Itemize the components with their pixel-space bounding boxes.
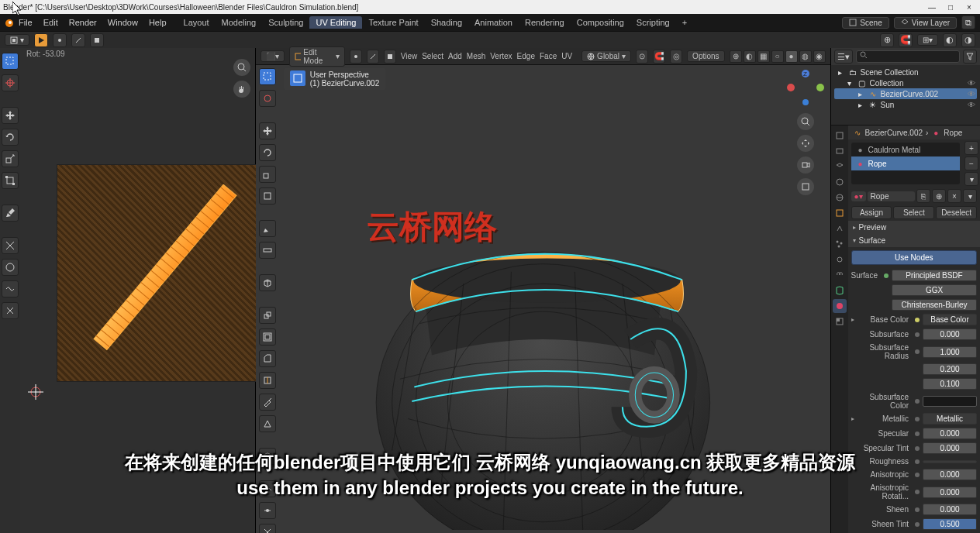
tab-constraints-icon[interactable] [833,268,847,282]
scene-selector[interactable]: Scene [842,17,889,29]
proportional-toggle-icon[interactable]: ◎ [670,50,682,64]
sheen-field[interactable]: 0.000 [923,504,977,515]
remove-mat-slot-button[interactable]: − [964,156,978,170]
uv-tool-annotate[interactable] [2,205,19,222]
tab-object-icon[interactable] [833,206,847,220]
viewlayer-new-icon[interactable]: ⧉ [961,15,975,29]
tab-add[interactable]: + [676,16,693,29]
window-min[interactable]: — [924,3,940,12]
tab-sculpting[interactable]: Sculpting [262,16,309,29]
axis-z-icon[interactable]: Z [802,70,809,77]
uv-tool-grab[interactable] [2,259,19,276]
tab-viewlayer-icon[interactable] [833,160,847,174]
vp-menu-add[interactable]: Add [448,52,462,60]
socket-dot-icon[interactable] [915,446,920,451]
mat-name-field[interactable]: Rope [868,191,915,201]
mat-nodeview-icon[interactable]: ▾ [963,189,977,203]
uv-sync-selection-button[interactable] [34,33,48,47]
socket-dot-icon[interactable] [884,273,889,278]
visibility-icon[interactable]: 👁 [968,79,975,88]
vp-tool-select[interactable] [259,68,276,85]
tab-data-icon[interactable] [833,284,847,297]
anisotropic-field[interactable]: 0.000 [923,469,977,480]
pivot-dropdown-icon[interactable]: ⊙ [636,50,648,64]
visibility-icon[interactable]: 👁 [968,90,975,98]
assign-button[interactable]: Assign [851,206,892,219]
socket-dot-icon[interactable] [915,473,920,477]
select-button[interactable]: Select [893,206,934,219]
options-dropdown[interactable]: Options [687,50,724,62]
mat-user-count-icon[interactable]: ⎘ [916,189,930,203]
panel-surface[interactable]: Surface [848,234,980,247]
metallic-link[interactable]: Metallic [923,413,977,425]
add-mat-slot-button[interactable]: + [964,141,978,155]
socket-dot-icon[interactable] [915,522,920,527]
tab-physics-icon[interactable] [833,253,847,266]
tab-layout[interactable]: Layout [178,16,216,29]
tab-world-icon[interactable] [833,191,847,205]
vp-tool-cursor[interactable] [259,90,276,107]
socket-dot-icon[interactable] [915,399,920,404]
uv-tool-rotate[interactable] [2,129,19,146]
sss-radius-x[interactable]: 1.000 [923,346,977,358]
uv-select-mode-face[interactable] [90,33,104,47]
tab-compositing[interactable]: Compositing [571,16,630,29]
socket-dot-icon[interactable] [915,432,920,436]
vp-tool-transform[interactable] [259,187,276,205]
outliner-search[interactable] [856,50,960,63]
socket-dot-icon[interactable] [915,318,920,322]
xray-toggle-icon[interactable]: ▦ [757,50,770,63]
gizmo-toggle-icon[interactable]: ⊕ [730,50,742,63]
uv-pivot-center-icon[interactable]: ⊕ [880,33,894,47]
vp-menu-view[interactable]: View [401,52,418,60]
uv-tool-rip[interactable] [2,237,19,254]
expand-icon[interactable]: ▾ [845,78,854,88]
specular-field[interactable]: 0.000 [923,428,977,439]
window-max[interactable]: □ [943,3,958,12]
menu-window[interactable]: Window [103,16,143,29]
3d-viewport-canvas[interactable] [284,85,802,530]
uv-snap-toggle-icon[interactable]: 🧲 [899,33,913,47]
uv-tool-scale[interactable] [2,150,19,167]
mat-specials-icon[interactable]: ▾ [964,172,978,186]
specular-tint-field[interactable]: 0.000 [923,442,977,454]
panel-preview[interactable]: Preview [848,221,980,234]
vp-tool-extrude[interactable] [259,307,276,324]
vp-tool-edgeslide[interactable] [259,502,276,519]
editor-type-dropdown[interactable]: ▾ [5,34,29,46]
outliner-filter-icon[interactable] [963,50,977,64]
surface-shader-dropdown[interactable]: Principled BSDF [892,270,977,281]
tab-scripting[interactable]: Scripting [630,16,676,29]
tree-scene-collection[interactable]: ▸ 🗀 Scene Collection [834,67,977,77]
mat-browse-button[interactable]: ●▾ [851,191,866,201]
vp-tool-loopcut[interactable] [259,372,276,389]
sss-method-dropdown[interactable]: Christensen-Burley [892,299,977,311]
tab-output-icon[interactable] [833,144,847,158]
vp-tool-bevel[interactable] [259,350,276,367]
tab-material-icon[interactable] [833,299,847,313]
tab-animation[interactable]: Animation [468,16,519,29]
viewlayer-selector[interactable]: View Layer [894,17,957,29]
vp-menu-edge[interactable]: Edge [517,52,535,60]
vp-tool-smooth[interactable] [259,480,276,497]
vp-tool-measure[interactable] [259,242,276,259]
uv-tool-transform[interactable] [2,172,19,189]
vp-tool-shrink[interactable] [259,524,276,533]
socket-dot-icon[interactable] [915,349,920,354]
tab-uv-editing[interactable]: UV Editing [309,16,362,29]
vp-tool-spin[interactable] [259,448,276,465]
tab-scene-icon[interactable] [833,175,847,189]
select-mode-edge[interactable] [367,50,379,64]
vp-tool-addcube[interactable] [259,274,276,291]
shading-solid-icon[interactable]: ● [785,50,798,63]
uv-hand-icon[interactable] [233,81,250,98]
uv-select-mode-vertex[interactable] [53,33,67,47]
mat-unlink-button[interactable]: × [947,189,961,203]
socket-dot-icon[interactable] [915,459,920,464]
window-close[interactable]: × [961,3,977,12]
tab-modeling[interactable]: Modeling [216,16,263,29]
tab-modifiers-icon[interactable] [833,222,847,236]
roughness-field[interactable] [923,460,977,463]
uv-tool-cursor[interactable] [2,74,19,91]
distribution-dropdown[interactable]: GGX [892,284,977,296]
